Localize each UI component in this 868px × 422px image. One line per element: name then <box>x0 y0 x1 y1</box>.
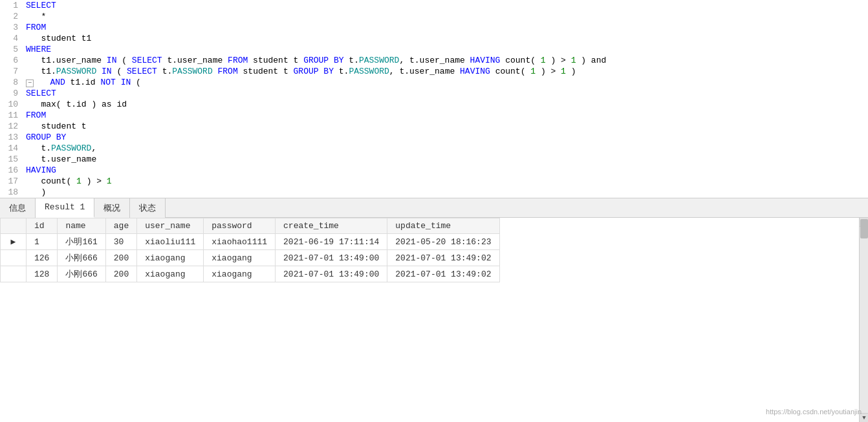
tab-信息[interactable]: 信息 <box>0 198 36 218</box>
tab-概况[interactable]: 概况 <box>94 198 130 218</box>
code-line: 12 student t <box>0 121 868 132</box>
token: PASSWORD <box>359 56 399 65</box>
line-number: 3 <box>0 22 23 33</box>
line-content: FROM <box>23 110 868 121</box>
token: GROUP BY <box>303 56 343 65</box>
line-content: t1.PASSWORD IN ( SELECT t.PASSWORD FROM … <box>23 66 868 77</box>
line-content: count( 1 ) > 1 <box>23 176 868 187</box>
token: , t.user_name <box>389 67 460 76</box>
tab-状态[interactable]: 状态 <box>130 198 166 218</box>
token: NOT IN <box>100 78 131 87</box>
col-header-id: id <box>27 218 58 234</box>
token: count( <box>26 176 76 186</box>
cell-update_time: 2021-07-01 13:49:02 <box>387 250 499 266</box>
token <box>35 78 50 87</box>
token: ) > <box>546 56 571 65</box>
token: PASSWORD <box>172 67 212 76</box>
line-number: 7 <box>0 66 23 77</box>
code-line: 11FROM <box>0 110 868 121</box>
line-number: 5 <box>0 44 23 55</box>
cell-id: 128 <box>27 266 58 282</box>
row-pointer: ▶ <box>1 234 27 250</box>
cell-password: xiaohao1111 <box>204 234 276 250</box>
tab-result-1[interactable]: Result 1 <box>36 198 94 218</box>
token: t. <box>26 143 51 153</box>
cell-age: 30 <box>105 234 136 250</box>
col-header-name: name <box>58 218 105 234</box>
token: 1 <box>541 56 546 65</box>
line-content: FROM <box>23 22 868 33</box>
token: ( <box>116 56 131 65</box>
line-number: 13 <box>0 132 23 143</box>
line-content: max( t.id ) as id <box>23 99 868 110</box>
token: 1 <box>107 176 112 186</box>
row-pointer <box>1 250 27 266</box>
token: t. <box>157 67 172 76</box>
token: * <box>26 12 46 21</box>
fold-icon[interactable]: − <box>26 79 34 87</box>
table-row[interactable]: ▶1小明16130xiaoliu111xiaohao11112021-06-19… <box>1 234 500 250</box>
line-content: student t <box>23 121 868 132</box>
token: GROUP BY <box>26 132 66 142</box>
table-row[interactable]: 128小刚666200xiaogangxiaogang2021-07-01 13… <box>1 266 500 282</box>
token: ) > <box>81 176 107 186</box>
results-wrapper: idnameageuser_namepasswordcreate_timeupd… <box>0 218 868 422</box>
token <box>213 67 218 76</box>
token: t1.id <box>65 78 101 87</box>
scrollbar-right[interactable]: ▲ ▼ <box>859 218 868 422</box>
line-content: * <box>23 11 868 22</box>
line-content: t1.user_name IN ( SELECT t.user_name FRO… <box>23 55 868 66</box>
token: , <box>91 143 96 153</box>
line-content: GROUP BY <box>23 132 868 143</box>
code-line: 16HAVING <box>0 165 868 176</box>
code-line: 3FROM <box>0 22 868 33</box>
token: t. <box>344 56 359 65</box>
token: GROUP BY <box>294 67 334 76</box>
token: ( <box>112 67 127 76</box>
cell-update_time: 2021-05-20 18:16:23 <box>387 234 499 250</box>
token: t.user_name <box>162 56 228 65</box>
cell-password: xiaogang <box>204 250 276 266</box>
cell-age: 200 <box>105 266 136 282</box>
cell-id: 126 <box>27 250 58 266</box>
token: AND <box>50 78 65 87</box>
token: t. <box>334 67 349 76</box>
cell-create_time: 2021-06-19 17:11:14 <box>276 234 387 250</box>
code-lines: 1SELECT2 *3FROM4 student t15WHERE6 t1.us… <box>0 0 868 198</box>
line-number: 17 <box>0 176 23 187</box>
token: HAVING <box>26 165 56 175</box>
code-line: 9SELECT <box>0 88 868 99</box>
token: ) <box>26 187 46 197</box>
code-line: 15 t.user_name <box>0 154 868 165</box>
token: FROM <box>228 56 248 65</box>
watermark: https://blog.csdn.net/youtianjin <box>766 408 862 416</box>
scrollbar-thumb[interactable] <box>860 219 868 238</box>
token: PASSWORD <box>56 67 96 76</box>
line-number: 2 <box>0 11 23 22</box>
token: 1 <box>561 67 566 76</box>
token: ( <box>131 78 141 87</box>
line-content: student t1 <box>23 33 868 44</box>
cell-name: 小刚666 <box>58 250 105 266</box>
line-number: 9 <box>0 88 23 99</box>
token: PASSWORD <box>51 143 91 153</box>
code-line: 10 max( t.id ) as id <box>0 99 868 110</box>
line-content: ) <box>23 187 868 198</box>
token: t1. <box>26 67 56 76</box>
tabs-bar: 信息Result 1概况状态 <box>0 198 868 218</box>
col-header-pointer <box>1 218 27 234</box>
cell-create_time: 2021-07-01 13:49:00 <box>276 250 387 266</box>
cell-user_name: xiaogang <box>137 266 204 282</box>
token: PASSWORD <box>349 67 389 76</box>
col-header-create_time: create_time <box>276 218 387 234</box>
results-scroll[interactable]: idnameageuser_namepasswordcreate_timeupd… <box>0 218 859 422</box>
table-row[interactable]: 126小刚666200xiaogangxiaogang2021-07-01 13… <box>1 250 500 266</box>
col-header-age: age <box>105 218 136 234</box>
token: SELECT <box>26 89 56 98</box>
code-line: 1SELECT <box>0 0 868 11</box>
cell-user_name: xiaoliu111 <box>137 234 204 250</box>
col-header-user_name: user_name <box>137 218 204 234</box>
code-editor: 1SELECT2 *3FROM4 student t15WHERE6 t1.us… <box>0 0 868 198</box>
cell-create_time: 2021-07-01 13:49:00 <box>276 266 387 282</box>
cell-user_name: xiaogang <box>137 250 204 266</box>
